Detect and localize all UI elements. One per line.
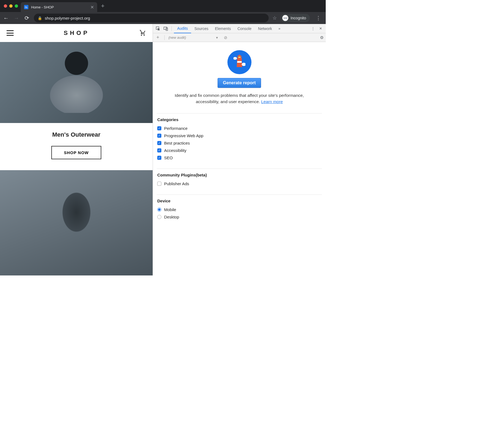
browser-chrome: 🛍 Home - SHOP ✕ + ← → ⟳ 🔒 shop.polymer-p…: [0, 0, 326, 24]
browser-toolbar: ← → ⟳ 🔒 shop.polymer-project.org ☆ 👓 Inc…: [0, 12, 326, 24]
inspect-element-icon[interactable]: [155, 25, 162, 32]
devtools-gear-icon[interactable]: ⚙: [320, 35, 324, 40]
section-title: Community Plugins(beta): [157, 173, 321, 177]
svg-point-5: [242, 63, 245, 66]
favicon-icon: 🛍: [24, 5, 28, 9]
device-option[interactable]: Mobile: [157, 206, 321, 213]
close-window-button[interactable]: [4, 4, 7, 8]
option-label: Publisher Ads: [164, 181, 189, 186]
category-option[interactable]: ✓SEO: [157, 154, 321, 161]
checkbox-icon[interactable]: [157, 182, 161, 186]
generate-report-button[interactable]: Generate report: [218, 78, 261, 88]
hamburger-menu-icon[interactable]: [7, 30, 14, 36]
address-bar[interactable]: 🔒 shop.polymer-project.org: [34, 14, 269, 22]
radio-icon[interactable]: [157, 208, 161, 212]
incognito-badge[interactable]: 👓 Incognito: [281, 14, 310, 22]
site-header: SHOP: [0, 24, 153, 42]
minimize-window-button[interactable]: [9, 4, 13, 8]
divider: [171, 26, 172, 31]
tab-title: Home - SHOP: [31, 5, 88, 9]
browser-tab[interactable]: 🛍 Home - SHOP ✕: [21, 2, 97, 12]
audit-select-dropdown[interactable]: (new audit): [168, 35, 213, 40]
section-title: Categories: [157, 117, 321, 122]
desc-text: Identify and fix common problems that af…: [175, 93, 304, 104]
bookmark-star-icon[interactable]: ☆: [272, 15, 277, 21]
svg-rect-1: [164, 27, 167, 29]
category-option[interactable]: ✓Best practices: [157, 139, 321, 147]
product-title: Men's Outerwear: [5, 131, 147, 138]
divider: [164, 35, 165, 40]
reload-button[interactable]: ⟳: [23, 15, 30, 21]
checkbox-icon[interactable]: ✓: [157, 141, 161, 145]
tab-close-icon[interactable]: ✕: [90, 5, 94, 10]
audits-subbar: + (new audit) ▼ ⊘ ⚙: [153, 33, 326, 42]
audits-description: Identify and fix common problems that af…: [157, 92, 322, 105]
devtools-tab-network[interactable]: Network: [255, 24, 275, 33]
hero-image-2: [0, 170, 153, 275]
devtools-menu-icon[interactable]: ⋮: [309, 25, 316, 32]
url-text: shop.polymer-project.org: [45, 16, 90, 20]
forward-button[interactable]: →: [13, 15, 20, 21]
checkbox-icon[interactable]: ✓: [157, 126, 161, 130]
svg-point-4: [233, 57, 237, 60]
device-option[interactable]: Desktop: [157, 213, 321, 221]
incognito-label: Incognito: [290, 16, 306, 20]
learn-more-link[interactable]: Learn more: [261, 99, 283, 104]
lighthouse-icon: [227, 50, 251, 74]
devtools-tab-elements[interactable]: Elements: [212, 24, 234, 33]
tab-strip: 🛍 Home - SHOP ✕ +: [0, 0, 326, 12]
browser-menu-button[interactable]: ⋮: [314, 15, 323, 21]
window-controls: [2, 4, 21, 8]
checkbox-icon[interactable]: ✓: [157, 134, 161, 138]
option-label: Desktop: [164, 215, 179, 219]
audits-main: Generate report Identify and fix common …: [153, 42, 326, 275]
maximize-window-button[interactable]: [15, 4, 18, 8]
option-label: Mobile: [164, 207, 176, 212]
checkbox-icon[interactable]: ✓: [157, 148, 161, 152]
section-title: Device: [157, 199, 321, 203]
devtools-tab-sources[interactable]: Sources: [191, 24, 212, 33]
option-label: Performance: [164, 126, 188, 131]
site-viewport: SHOP Men's Outerwear SHOP NOW: [0, 24, 153, 275]
categories-section: Categories ✓Performance✓Progressive Web …: [157, 113, 322, 165]
checkbox-icon[interactable]: ✓: [157, 156, 161, 160]
site-title: SHOP: [64, 29, 89, 37]
chevron-down-icon: ▼: [215, 36, 218, 39]
category-option[interactable]: ✓Accessibility: [157, 147, 321, 154]
option-label: Progressive Web App: [164, 133, 203, 138]
devtools-tab-audits[interactable]: Audits: [174, 24, 191, 33]
device-section: Device MobileDesktop: [157, 194, 322, 224]
plugin-option[interactable]: Publisher Ads: [157, 180, 321, 187]
hero-image-1: [0, 42, 153, 123]
devtools-close-icon[interactable]: ✕: [317, 25, 324, 32]
device-toolbar-icon[interactable]: [162, 25, 169, 32]
devtools-panel: AuditsSourcesElementsConsoleNetwork » ⋮ …: [153, 24, 326, 275]
lock-icon: 🔒: [38, 16, 42, 20]
clear-icon[interactable]: ⊘: [224, 35, 227, 40]
shop-now-button[interactable]: SHOP NOW: [51, 146, 101, 159]
product-block: Men's Outerwear SHOP NOW: [0, 123, 153, 170]
devtools-tab-console[interactable]: Console: [234, 24, 255, 33]
more-tabs-icon[interactable]: »: [276, 25, 283, 32]
category-option[interactable]: ✓Progressive Web App: [157, 132, 321, 139]
radio-icon[interactable]: [157, 215, 161, 219]
option-label: SEO: [164, 155, 173, 160]
cart-icon[interactable]: [140, 30, 146, 36]
new-tab-button[interactable]: +: [97, 2, 108, 10]
back-button[interactable]: ←: [3, 15, 9, 21]
option-label: Best practices: [164, 141, 190, 145]
category-option[interactable]: ✓Performance: [157, 125, 321, 132]
lighthouse-hero: Generate report Identify and fix common …: [157, 47, 322, 109]
option-label: Accessibility: [164, 148, 186, 153]
plugins-section: Community Plugins(beta) Publisher Ads: [157, 169, 322, 191]
devtools-tabbar: AuditsSourcesElementsConsoleNetwork » ⋮ …: [153, 24, 326, 33]
content-split: SHOP Men's Outerwear SHOP NOW AuditsSour…: [0, 24, 326, 275]
incognito-icon: 👓: [282, 15, 288, 21]
new-audit-button[interactable]: +: [155, 35, 161, 40]
